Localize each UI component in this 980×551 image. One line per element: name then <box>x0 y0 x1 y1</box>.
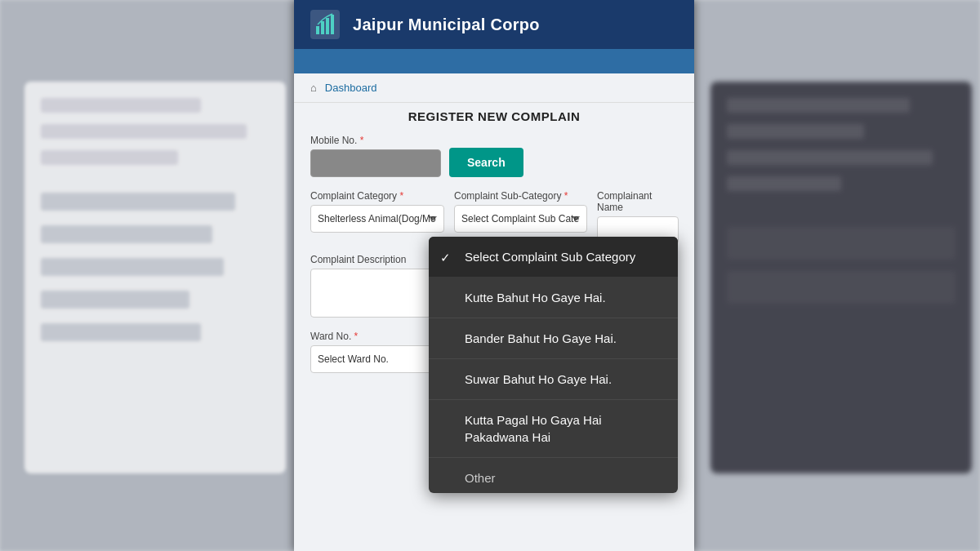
breadcrumb: ⌂ Dashboard <box>294 73 694 103</box>
page-title: REGISTER NEW COMPLAIN <box>294 103 694 127</box>
subcategory-dropdown[interactable]: Select Complaint Sub Category Kutte Bahu… <box>429 237 678 493</box>
main-card: Jaipur Municipal Corpo ⌂ Dashboard REGIS… <box>294 0 694 551</box>
breadcrumb-dashboard[interactable]: Dashboard <box>325 82 377 94</box>
dropdown-item-default[interactable]: Select Complaint Sub Category <box>429 237 678 278</box>
complaint-category-label: Complaint Category * <box>310 190 444 202</box>
search-button[interactable]: Search <box>449 148 523 177</box>
dropdown-item-kutta-pagal[interactable]: Kutta Pagal Ho Gaya Hai Pakadwana Hai <box>429 400 678 458</box>
svg-rect-1 <box>321 21 324 34</box>
dropdown-item-other[interactable]: Other <box>429 458 678 493</box>
bg-right-panel <box>710 82 972 473</box>
svg-rect-2 <box>326 18 329 34</box>
complainant-name-label: Complainant Name <box>597 190 679 213</box>
complaint-category-col: Complaint Category * Shelterless Animal(… <box>310 190 444 244</box>
complaint-subcategory-select[interactable]: Select Complaint Sub Cate <box>454 205 587 233</box>
mobile-row: Mobile No. * Search <box>310 135 678 177</box>
header-title: Jaipur Municipal Corpo <box>353 16 540 34</box>
dropdown-item-suwar[interactable]: Suwar Bahut Ho Gaye Hai. <box>429 359 678 400</box>
app-logo <box>310 10 340 39</box>
mobile-label: Mobile No. * <box>310 135 441 146</box>
dropdown-item-kutte[interactable]: Kutte Bahut Ho Gaye Hai. <box>429 278 678 318</box>
complaint-subcategory-label: Complaint Sub-Category * <box>454 190 587 202</box>
home-icon: ⌂ <box>310 82 317 94</box>
mobile-field-group: Mobile No. * <box>310 135 441 177</box>
blue-bar <box>294 49 694 73</box>
complaint-category-select[interactable]: Shelterless Animal(Dog/Mo <box>310 205 444 233</box>
mobile-input[interactable] <box>310 149 441 177</box>
bg-left-panel <box>24 82 286 473</box>
svg-rect-0 <box>316 26 319 34</box>
svg-rect-3 <box>331 15 334 34</box>
app-header: Jaipur Municipal Corpo <box>294 0 694 49</box>
dropdown-item-bander[interactable]: Bander Bahut Ho Gaye Hai. <box>429 318 678 359</box>
